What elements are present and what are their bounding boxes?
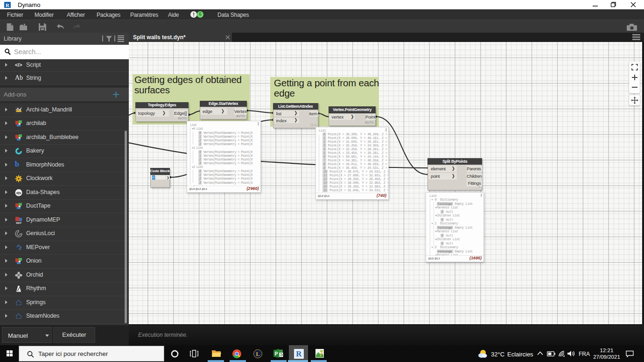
svg-text:R: R: [6, 2, 10, 8]
svg-text:P: P: [275, 351, 278, 356]
svg-text:MEP: MEP: [16, 221, 21, 224]
svg-text:d|s: d|s: [16, 191, 21, 195]
